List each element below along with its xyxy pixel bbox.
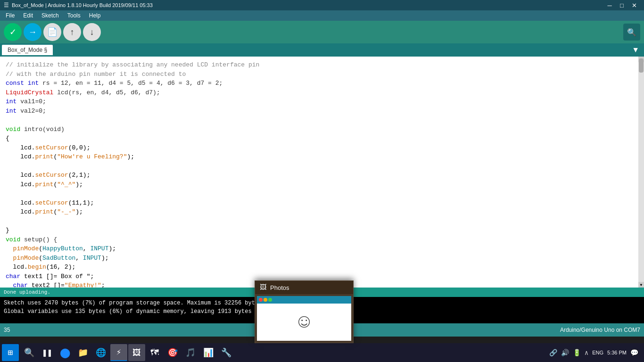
volume-icon[interactable]: 🔊 — [561, 349, 569, 357]
dot-red — [259, 298, 263, 302]
window-title: Box_of_Mode | Arduino 1.8.10 Hourly Buil… — [12, 2, 153, 8]
photos-inner-bar — [257, 296, 351, 304]
menu-bar: File Edit Sketch Tools Help — [0, 10, 644, 21]
menu-help[interactable]: Help — [85, 11, 105, 20]
taskbar-task-view[interactable]: ❚❚ — [39, 344, 56, 361]
photos-icon: 🖼 — [260, 284, 266, 291]
taskbar-icon-1[interactable]: 🗺 — [146, 344, 163, 361]
toolbar: ✓ → 📄 ↑ ↓ 🔍 — [0, 21, 644, 43]
taskbar-chrome[interactable]: 🌐 — [92, 344, 109, 361]
code-editor[interactable]: // initialize the library by associating… — [0, 57, 638, 288]
taskbar-arduino[interactable]: ⚡ — [110, 344, 127, 361]
scroll-thumb[interactable] — [639, 58, 644, 73]
code-line-6: int val2=0; — [6, 107, 635, 116]
battery-icon[interactable]: 🔋 — [573, 349, 581, 357]
save-button[interactable]: ↓ — [83, 23, 101, 41]
menu-file[interactable]: File — [2, 11, 18, 20]
taskbar-icon-3[interactable]: 🎵 — [182, 344, 199, 361]
menu-sketch[interactable]: Sketch — [38, 11, 63, 20]
code-line-12 — [6, 162, 635, 171]
dot-green — [268, 298, 272, 302]
code-line-13: lcd.setCursor(2,1); — [6, 171, 635, 180]
taskbar: ⊞ 🔍 ❚❚ ⬤ 📁 🌐 ⚡ 🖼 🗺 🎯 🎵 📊 🔧 🔗 🔊 🔋 ∧ ENG 5… — [0, 343, 644, 362]
photos-content: ☺ — [257, 296, 351, 341]
code-line-5: int val1=0; — [6, 97, 635, 107]
photos-title: Photos — [270, 284, 289, 291]
code-line-20: void setup() { — [6, 235, 635, 245]
new-button[interactable]: 📄 — [43, 23, 61, 41]
chevron-up-icon[interactable]: ∧ — [585, 349, 588, 357]
code-line-8: void intro(void) — [6, 125, 635, 134]
menu-edit[interactable]: Edit — [19, 11, 37, 20]
verify-button[interactable]: ✓ — [4, 23, 22, 41]
title-bar-controls: ─ □ ✕ — [603, 0, 640, 10]
upload-button[interactable]: → — [24, 23, 41, 41]
code-line-1: // initialize the library by associating… — [6, 60, 635, 70]
arduino-icon: ☰ — [4, 2, 9, 8]
code-line-16: lcd.setCursor(11,1); — [6, 198, 635, 208]
taskbar-search[interactable]: 🔍 — [21, 344, 38, 361]
editor-area: // initialize the library by associating… — [0, 57, 644, 288]
taskbar-icons: 🔍 ❚❚ ⬤ 📁 🌐 ⚡ 🖼 🗺 🎯 🎵 📊 🔧 — [21, 344, 235, 361]
title-bar-left: ☰ Box_of_Mode | Arduino 1.8.10 Hourly Bu… — [4, 2, 153, 8]
tab-box-of-mode[interactable]: Box_of_Mode § — [2, 45, 53, 55]
taskbar-cortana[interactable]: ⬤ — [57, 344, 74, 361]
code-line-21: pinMode(HappyButton, INPUT); — [6, 244, 635, 254]
code-line-24: char text1 []= Box of "; — [6, 272, 635, 281]
code-line-22: pinMode(SadButton, INPUT); — [6, 254, 635, 263]
system-clock[interactable]: 5:36 PM — [607, 349, 627, 356]
time-display: 5:36 PM — [607, 349, 627, 356]
menu-tools[interactable]: Tools — [64, 11, 84, 20]
code-line-2: // with the arduino pin number it is con… — [6, 70, 635, 79]
taskbar-icon-4[interactable]: 📊 — [200, 344, 217, 361]
taskbar-right: 🔗 🔊 🔋 ∧ ENG 5:36 PM 💬 — [549, 349, 642, 357]
code-line-19: } — [6, 226, 635, 235]
code-line-11: lcd.print("How're u Feeling?"); — [6, 152, 635, 162]
taskbar-photos[interactable]: 🖼 — [128, 344, 145, 361]
taskbar-icon-5[interactable]: 🔧 — [218, 344, 235, 361]
board-info: Arduino/Genuino Uno on COM7 — [560, 327, 640, 333]
vertical-scrollbar[interactable]: ▲ ▼ — [638, 57, 644, 288]
minimize-button[interactable]: ─ — [603, 0, 616, 10]
title-bar: ☰ Box_of_Mode | Arduino 1.8.10 Hourly Bu… — [0, 0, 644, 10]
tab-dropdown-button[interactable]: ▼ — [629, 45, 642, 55]
code-line-17: lcd.print("-_-"); — [6, 207, 635, 217]
code-line-4: LiquidCrystal lcd(rs, en, d4, d5, d6, d7… — [6, 88, 635, 98]
photos-header: 🖼 Photos — [255, 281, 353, 294]
start-button[interactable]: ⊞ — [2, 344, 19, 361]
taskbar-file-explorer[interactable]: 📁 — [74, 344, 91, 361]
line-number: 35 — [4, 327, 10, 333]
code-line-3: const int rs = 12, en = 11, d4 = 5, d5 =… — [6, 79, 635, 88]
photos-popup[interactable]: 🖼 Photos ☺ — [255, 280, 354, 343]
code-line-10: lcd.setCursor(0,0); — [6, 143, 635, 153]
scroll-down-arrow[interactable]: ▼ — [638, 282, 644, 288]
search-button[interactable]: 🔍 — [623, 24, 640, 41]
photos-dots — [259, 298, 272, 302]
taskbar-icon-2[interactable]: 🎯 — [164, 344, 181, 361]
smiley-face: ☺ — [257, 304, 351, 341]
maximize-button[interactable]: □ — [616, 0, 628, 10]
status-text: Done uploading. — [4, 289, 50, 295]
code-line-15 — [6, 189, 635, 198]
code-line-18 — [6, 217, 635, 226]
dot-yellow — [264, 298, 267, 302]
tab-bar: Box_of_Mode § ▼ — [0, 43, 644, 57]
code-line-14: lcd.print("^_^"); — [6, 180, 635, 189]
notification-icon[interactable]: 💬 — [630, 349, 638, 357]
code-line-9: { — [6, 134, 635, 143]
open-button[interactable]: ↑ — [63, 23, 81, 41]
code-line-7 — [6, 115, 635, 125]
close-button[interactable]: ✕ — [628, 0, 640, 10]
network-icon[interactable]: 🔗 — [549, 349, 557, 357]
language-indicator[interactable]: ENG — [592, 350, 603, 355]
code-line-23: lcd.begin(16, 2); — [6, 263, 635, 272]
